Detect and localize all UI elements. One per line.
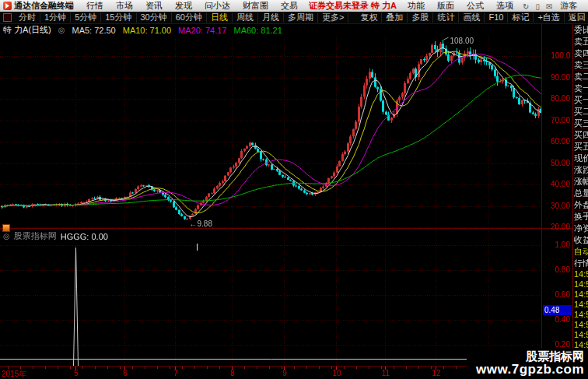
menu-item[interactable]: 资讯 — [139, 1, 169, 10]
price-tick-label: 60.00 — [543, 137, 570, 146]
quote-row[interactable]: 卖五 — [573, 36, 588, 47]
menu-bar: 通达信金融终端 行情市场资讯发现问小达财富圈交易 证券交易未登录 特 力A 功能… — [0, 0, 588, 12]
period-button[interactable]: 分时 — [15, 12, 40, 23]
quote-tab[interactable]: 行情 — [573, 258, 588, 269]
tick-time-row: 14:58 — [573, 330, 588, 340]
toolbar-icon[interactable]: ↻ — [520, 2, 532, 11]
indicator-gear-icon[interactable]: ◎ — [3, 232, 10, 240]
menu-item[interactable]: 问小达 — [198, 1, 236, 10]
quote-row[interactable]: 买四 — [573, 129, 588, 141]
quote-row[interactable]: 现价 — [573, 153, 588, 164]
toolbar-button[interactable]: F10 — [485, 12, 508, 23]
period-button[interactable]: 30分钟 — [137, 12, 172, 23]
menu-item[interactable]: 选项 — [490, 1, 520, 10]
quote-panel: L R 委比卖五卖四卖三卖二卖一买一买二买三买四买五现价涨跌涨幅总量外盘换手净资… — [572, 12, 588, 379]
tick-time-row: 14:58 — [573, 300, 588, 310]
quote-rows: 委比卖五卖四卖三卖二卖一买一买二买三买四买五现价涨跌涨幅总量外盘换手净资收益 — [573, 24, 588, 246]
price-tick-label: 70.00 — [543, 116, 570, 125]
minor-tick — [319, 367, 320, 369]
quote-row[interactable]: 卖三 — [573, 59, 588, 71]
period-button[interactable]: 周线 — [233, 12, 258, 23]
period-button[interactable]: 15分钟 — [101, 12, 136, 23]
toolbar-button[interactable]: 叠加 — [382, 12, 408, 23]
period-buttons: 分时1分钟5分钟15分钟30分钟60分钟日线周线月线多周期更多> — [15, 12, 348, 23]
menu-item[interactable]: 财富圈 — [236, 1, 275, 10]
toolbar-icon[interactable]: ✉ — [543, 2, 555, 11]
minor-tick — [418, 367, 419, 369]
chart-header: 特 力A(日线) ◎ MA5: 72.50MA10: 71.00MA20: 74… — [3, 24, 282, 36]
quote-row[interactable]: 涨幅 — [573, 176, 588, 188]
toolbar-button[interactable]: 返回 — [565, 12, 588, 23]
tick-times: 14:5814:5814:5814:5814:5814:5814:5814:58… — [573, 269, 588, 360]
toolbar-icon[interactable]: ▯ — [532, 2, 543, 11]
quote-row[interactable]: 外盘 — [573, 199, 588, 211]
toolbar-button[interactable]: 统计 — [433, 12, 459, 23]
quote-row[interactable]: 涨跌 — [573, 164, 588, 176]
toolbar-button[interactable]: 标记 — [508, 12, 534, 23]
price-tick-label: 80.00 — [543, 94, 570, 103]
menu-item[interactable]: 交易 — [275, 1, 304, 10]
tdx-terminal-window: 通达信金融终端 行情市场资讯发现问小达财富圈交易 证券交易未登录 特 力A 功能… — [0, 0, 588, 379]
app-logo-icon — [3, 2, 12, 10]
period-button[interactable]: 日线 — [207, 12, 233, 23]
minor-tick — [244, 367, 245, 369]
quote-row[interactable]: 买三 — [573, 118, 588, 129]
period-toolbar: 分时1分钟5分钟15分钟30分钟60分钟日线周线月线多周期更多> 复权叠加多股统… — [0, 12, 588, 24]
toolbar-button[interactable]: 多股 — [408, 12, 433, 23]
period-button[interactable]: 多周期 — [284, 12, 318, 23]
quote-row[interactable]: 买二 — [573, 106, 588, 118]
menu-item[interactable]: 行情 — [80, 1, 110, 10]
menu-items: 行情市场资讯发现问小达财富圈交易 — [80, 0, 304, 12]
menu-item[interactable]: 发现 — [169, 1, 198, 10]
minor-tick — [294, 367, 295, 369]
menu-item[interactable]: 公式 — [460, 1, 490, 10]
indicator-canvas[interactable] — [0, 229, 542, 366]
panel-divider[interactable] — [0, 228, 572, 229]
minor-tick — [145, 367, 145, 369]
tick-time-row: 14:58 — [573, 310, 588, 320]
quote-row[interactable]: 买五 — [573, 141, 588, 153]
quote-row[interactable]: 总量 — [573, 188, 588, 199]
quote-tab[interactable]: 自动 — [573, 246, 588, 258]
watermark: 股票指标网 www.7gpzb.com — [467, 349, 588, 379]
period-button[interactable]: 1分钟 — [40, 12, 71, 23]
period-button[interactable]: 更多> — [318, 12, 348, 23]
price-tick-label: 90.00 — [543, 73, 570, 82]
menu-item[interactable]: 版面 — [431, 1, 460, 10]
indicator-settings-icon[interactable]: ◎ — [58, 26, 65, 34]
month-label: 12 — [430, 369, 443, 377]
user-label[interactable]: 游客 — [555, 0, 582, 12]
menu-item[interactable]: 功能 — [401, 1, 431, 10]
month-label: 9 — [278, 369, 291, 377]
minor-tick — [406, 367, 407, 369]
main-chart-canvas[interactable] — [0, 37, 542, 228]
toolbar-button[interactable]: 复权 — [356, 12, 382, 23]
quote-row[interactable]: 委比 — [573, 24, 588, 36]
indicator-value: HGGG: 0.00 — [61, 232, 108, 241]
quote-row[interactable]: 收益 — [573, 234, 588, 246]
quote-row[interactable]: 卖二 — [573, 71, 588, 82]
minor-tick — [443, 367, 444, 369]
minor-tick — [219, 367, 220, 369]
drawing-tool-icon[interactable] — [2, 224, 10, 232]
ma-legend: MA5: 72.50MA10: 71.00MA20: 74.17MA60: 81… — [72, 26, 282, 35]
quote-row[interactable]: 买一 — [573, 94, 588, 106]
menu-item[interactable]: 市场 — [110, 1, 139, 10]
cursor-value-badge: 0.48 — [543, 305, 572, 315]
menu-right-items: 功能版面公式选项 — [401, 0, 520, 12]
indicator-name[interactable]: 股票指标网 — [14, 230, 57, 242]
quote-row[interactable]: 净资 — [573, 223, 588, 234]
period-button[interactable]: 5分钟 — [71, 12, 101, 23]
toolbar-button[interactable]: +自选 — [534, 12, 564, 23]
minor-tick — [45, 367, 46, 369]
period-button[interactable]: 月线 — [258, 12, 284, 23]
chart-mode-icon[interactable] — [3, 13, 12, 22]
quote-row[interactable]: 卖一 — [573, 82, 588, 94]
month-label: 11 — [380, 369, 392, 377]
quote-row[interactable]: 换手 — [573, 211, 588, 223]
period-button[interactable]: 60分钟 — [172, 12, 207, 23]
toolbar-button[interactable]: 画线 — [459, 12, 485, 23]
quote-row[interactable]: 卖四 — [573, 47, 588, 59]
watermark-url: www.7gpzb.com — [476, 363, 584, 377]
minor-tick — [456, 367, 457, 369]
